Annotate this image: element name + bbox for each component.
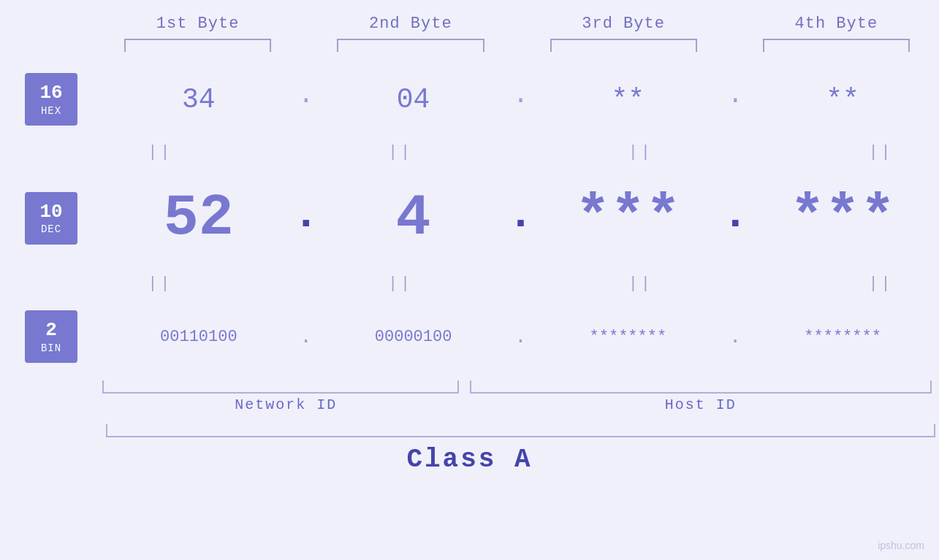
byte-col-3: 3rd Byte: [528, 15, 719, 52]
eq-cell-3: ||: [532, 143, 750, 161]
eq-cell-1: ||: [51, 143, 270, 161]
network-id-label: Network ID: [102, 396, 470, 413]
bin-dot-2: .: [510, 326, 532, 348]
equals-5: ||: [148, 275, 172, 293]
class-label: Class A: [406, 445, 532, 475]
hex-cell-2: 04: [317, 84, 510, 115]
equals-row-2: || || || ||: [51, 271, 939, 296]
bin-val-3: ********: [532, 328, 725, 346]
bracket-top-3: [550, 39, 697, 52]
byte-label-1: 1st Byte: [102, 15, 293, 33]
dec-badge-label: DEC: [41, 223, 61, 235]
bin-badge-num: 2: [45, 319, 57, 342]
bin-cell-3: ********: [532, 328, 725, 346]
byte-label-2: 2nd Byte: [315, 15, 506, 33]
dec-badge-num: 10: [39, 201, 62, 223]
host-bracket: [470, 380, 932, 394]
hex-cell-3: **: [532, 84, 725, 115]
byte-col-4: 4th Byte: [741, 15, 932, 52]
eq-cell-2: ||: [292, 143, 510, 161]
bin-badge-label: BIN: [41, 342, 61, 354]
equals-6: ||: [388, 275, 413, 293]
bracket-top-4: [763, 39, 910, 52]
equals-2: ||: [388, 143, 413, 161]
dec-val-2: 4: [317, 185, 510, 251]
byte-col-2: 2nd Byte: [315, 15, 506, 52]
hex-badge-label: HEX: [41, 105, 61, 117]
eq-cell-6: ||: [292, 275, 510, 293]
hex-badge: 16 HEX: [25, 73, 77, 126]
hex-badge-num: 16: [39, 82, 62, 104]
hex-val-1: 34: [102, 84, 295, 115]
host-id-label: Host ID: [470, 396, 932, 413]
eq-cell-4: ||: [772, 143, 939, 161]
dec-dot-1: .: [295, 190, 317, 247]
bin-val-1: 00110100: [102, 328, 295, 346]
hex-val-2: 04: [317, 84, 510, 115]
hex-cell-1: 34: [102, 84, 295, 115]
dec-val-1: 52: [102, 185, 295, 251]
bracket-top-2: [337, 39, 484, 52]
equals-7: ||: [628, 275, 653, 293]
class-label-row: Class A: [0, 445, 939, 475]
main-container: 1st Byte 2nd Byte 3rd Byte 4th Byte 16 H…: [0, 0, 939, 560]
dec-val-4: ***: [746, 185, 939, 251]
dec-dot-3: .: [724, 190, 746, 247]
equals-8: ||: [868, 275, 893, 293]
bin-cell-4: ********: [746, 328, 939, 346]
byte-label-3: 3rd Byte: [528, 15, 719, 33]
equals-4: ||: [868, 143, 893, 161]
bin-cell-1: 00110100: [102, 328, 295, 346]
hex-dot-2: .: [510, 83, 532, 109]
hex-dot-3: .: [724, 83, 746, 109]
byte-col-1: 1st Byte: [102, 15, 293, 52]
eq-cell-7: ||: [532, 275, 750, 293]
dec-badge: 10 DEC: [25, 192, 77, 245]
dec-cell-4: ***: [746, 185, 939, 251]
eq-cell-8: ||: [772, 275, 939, 293]
dec-cell-2: 4: [317, 185, 510, 251]
bracket-top-1: [124, 39, 271, 52]
watermark: ipshu.com: [878, 540, 924, 551]
network-bracket: [102, 380, 459, 394]
bin-val-2: 00000100: [317, 328, 510, 346]
bin-cell-2: 00000100: [317, 328, 510, 346]
hex-val-4: **: [746, 84, 939, 115]
bin-dot-3: .: [724, 326, 746, 348]
bin-badge-spacer: 2 BIN: [0, 310, 102, 363]
equals-row-1: || || || ||: [51, 139, 939, 165]
eq-cell-5: ||: [51, 275, 270, 293]
hex-data-row: 34 . 04 . ** . **: [102, 84, 939, 115]
byte-label-4: 4th Byte: [741, 15, 932, 33]
dec-cell-1: 52: [102, 185, 295, 251]
bin-dot-1: .: [295, 326, 317, 348]
dec-dot-2: .: [510, 190, 532, 247]
bin-val-4: ********: [746, 328, 939, 346]
dec-cell-3: ***: [532, 185, 725, 251]
hex-val-3: **: [532, 84, 725, 115]
dec-badge-spacer: 10 DEC: [0, 192, 102, 245]
hex-dot-1: .: [295, 83, 317, 109]
dec-data-row: 52 . 4 . *** . ***: [102, 185, 939, 251]
bin-data-row: 00110100 . 00000100 . ******** . *******…: [102, 326, 939, 348]
equals-3: ||: [628, 143, 653, 161]
bin-badge: 2 BIN: [25, 310, 77, 363]
equals-1: ||: [148, 143, 172, 161]
dec-val-3: ***: [532, 185, 725, 251]
hex-cell-4: **: [746, 84, 939, 115]
hex-badge-spacer: 16 HEX: [0, 73, 102, 126]
outer-bracket: [106, 424, 935, 437]
